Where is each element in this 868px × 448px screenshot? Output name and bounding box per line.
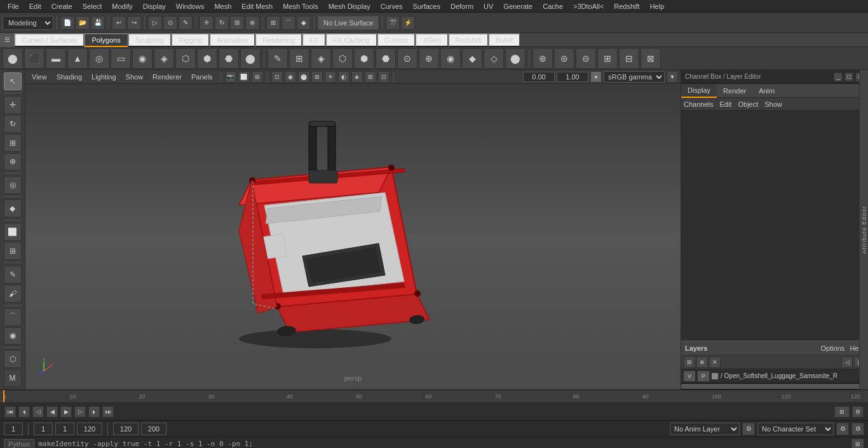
move-tool-btn[interactable]: ✛: [4, 96, 22, 114]
shelf-tab-redshift[interactable]: Redshift: [448, 33, 488, 47]
layers-scrollbar[interactable]: [681, 383, 868, 390]
menu-create[interactable]: Create: [46, 1, 78, 11]
next-key-btn[interactable]: ⏵: [88, 406, 100, 417]
menu-mesh[interactable]: Mesh: [209, 1, 236, 11]
smooth-btn[interactable]: ◉: [285, 71, 296, 83]
go-to-end-btn[interactable]: ⏭: [102, 406, 114, 417]
cb-minimize-btn[interactable]: _: [834, 72, 843, 81]
camera-field2[interactable]: [557, 72, 588, 82]
shelf-disk-icon[interactable]: ◉: [132, 48, 153, 69]
universal-manip-btn[interactable]: ⊕: [4, 153, 22, 171]
rotate-tool[interactable]: ↻: [215, 16, 229, 30]
shelf-icon-9[interactable]: ⬡: [175, 48, 196, 69]
new-file-btn[interactable]: 📄: [60, 16, 74, 30]
char-set-settings-btn[interactable]: ⚙: [836, 423, 849, 435]
shelf-icon-21[interactable]: ◉: [440, 48, 461, 69]
select-tool[interactable]: ▷: [148, 16, 162, 30]
shelf-tab-polygons[interactable]: Polygons: [84, 33, 127, 47]
timeline-ruler[interactable]: 1 10 20 30 40 50 60 70 80 90 100 110 120: [0, 390, 868, 403]
layers-arrow-left-btn[interactable]: ◁: [841, 356, 853, 368]
shelf-torus-icon[interactable]: ◎: [89, 48, 109, 69]
soft-select-btn[interactable]: ◎: [4, 176, 22, 194]
shelf-icon-29[interactable]: ⊟: [619, 48, 639, 69]
shelf-icon-16[interactable]: ⬡: [332, 48, 353, 69]
resolution-btn[interactable]: ⊞: [252, 71, 263, 83]
marquee-select-btn[interactable]: ⬜: [4, 223, 22, 241]
lasso-tool[interactable]: ⊙: [163, 16, 177, 30]
snap-to-curve[interactable]: ⌒: [281, 16, 295, 30]
shelf-icon-15[interactable]: ◈: [311, 48, 331, 69]
shelf-icon-10[interactable]: ⬢: [197, 48, 217, 69]
bg-color-btn[interactable]: ●: [590, 71, 602, 83]
menu-display[interactable]: Display: [138, 1, 171, 11]
cb-show-menu[interactable]: Show: [764, 100, 782, 108]
shelf-tab-animation[interactable]: Animation: [209, 33, 255, 47]
menu-surfaces[interactable]: Surfaces: [408, 1, 445, 11]
menu-deform[interactable]: Deform: [445, 1, 478, 11]
xray-btn[interactable]: ◈: [351, 71, 363, 83]
shelf-icon-18[interactable]: ⬣: [376, 48, 396, 69]
solid-btn[interactable]: ⬤: [298, 71, 309, 83]
step-fwd-btn[interactable]: ▷: [74, 406, 86, 417]
menu-file[interactable]: File: [3, 1, 24, 11]
camera-field1[interactable]: [523, 72, 555, 82]
paint-btn[interactable]: ✎: [4, 266, 22, 283]
shelf-plane-icon[interactable]: ▭: [111, 48, 131, 69]
attribute-editor-tab[interactable]: Attribute Editor: [859, 70, 868, 390]
shelf-tab-curves-surfaces[interactable]: Curves / Surfaces: [14, 33, 84, 47]
render-btn[interactable]: 🎬: [386, 16, 400, 30]
show-manip-btn[interactable]: ◆: [4, 200, 22, 217]
shelf-cube-icon[interactable]: ⬛: [24, 48, 44, 69]
shelf-icon-23[interactable]: ◇: [484, 48, 504, 69]
select-tool-btn[interactable]: ↖: [4, 72, 22, 90]
cb-edit-menu[interactable]: Edit: [719, 100, 731, 108]
shelf-platonic-icon[interactable]: ◈: [154, 48, 174, 69]
shadow-btn[interactable]: ◐: [338, 71, 349, 83]
go-to-start-btn[interactable]: ⏮: [4, 406, 16, 417]
viewport-canvas[interactable]: X Y Z persp: [25, 84, 681, 390]
layers-create-assigned-btn[interactable]: ⊕: [696, 356, 708, 368]
frame-field2-input[interactable]: [34, 423, 53, 435]
preferences-btn[interactable]: ⚙: [851, 423, 864, 435]
shelf-tab-bullet[interactable]: Bullet: [488, 33, 520, 47]
prev-key-btn[interactable]: ⏴: [18, 406, 30, 417]
maya-logo-btn[interactable]: M: [4, 369, 22, 387]
gamma-select[interactable]: sRGB gamma: [604, 71, 665, 83]
snap-btn[interactable]: ◉: [4, 327, 22, 345]
paint-select-tool[interactable]: ✎: [179, 16, 193, 30]
cb-maximize-btn[interactable]: □: [844, 72, 853, 81]
step-back-btn[interactable]: ◁: [32, 406, 44, 417]
shelf-icon-26[interactable]: ⊜: [554, 48, 574, 69]
shelf-tab-fx-caching[interactable]: FX Caching: [325, 33, 376, 47]
anim-settings-btn[interactable]: ⚙: [852, 406, 864, 417]
universal-manip[interactable]: ⊕: [245, 16, 259, 30]
textured-btn[interactable]: ⊞: [311, 71, 323, 83]
save-file-btn[interactable]: 💾: [91, 16, 105, 30]
shelf-tab-rendering[interactable]: Rendering: [255, 33, 302, 47]
menu-uv[interactable]: UV: [478, 1, 498, 11]
shelf-icon-24[interactable]: ⬤: [505, 48, 526, 69]
shelf-tab-custom[interactable]: Custom: [377, 33, 416, 47]
shelf-icon-12[interactable]: ⬤: [240, 48, 261, 69]
menu-mesh-tools[interactable]: Mesh Tools: [278, 1, 323, 11]
shelf-tab-fx[interactable]: FX: [302, 33, 325, 47]
menu-select[interactable]: Select: [78, 1, 107, 11]
shelf-tab-sculpting[interactable]: Sculpting: [128, 33, 171, 47]
open-file-btn[interactable]: 📂: [76, 16, 90, 30]
shelf-icon-14[interactable]: ⊞: [289, 48, 309, 69]
rotate-tool-btn[interactable]: ↻: [4, 115, 22, 133]
cb-tab-anim[interactable]: Anim: [752, 84, 781, 98]
scale-tool-btn[interactable]: ⊞: [4, 134, 22, 152]
camera-btn[interactable]: 📷: [225, 71, 236, 83]
workspace-selector[interactable]: Modeling: [3, 16, 53, 30]
shelf-cylinder-icon[interactable]: ▬: [46, 48, 66, 69]
menu-3dtall[interactable]: >3DtoAll<: [568, 1, 609, 11]
vp-settings-btn[interactable]: ▼: [667, 71, 678, 83]
range-end-input[interactable]: [77, 423, 102, 435]
shelf-icon-22[interactable]: ◆: [462, 48, 482, 69]
shelf-tab-xgen[interactable]: XGen: [415, 33, 447, 47]
cb-tab-render[interactable]: Render: [717, 84, 752, 98]
sculpt-btn[interactable]: 🖌: [4, 285, 22, 302]
vp-menu-shading[interactable]: Shading: [53, 72, 86, 82]
key-all-btn[interactable]: ⊞: [834, 406, 850, 417]
